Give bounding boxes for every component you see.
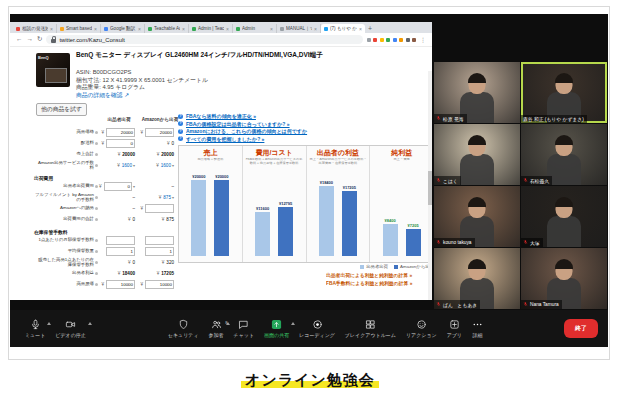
toolbar-record-button[interactable]: レコーディング	[294, 319, 340, 338]
toolbar-mic-button[interactable]: ミュート	[20, 319, 50, 338]
extension-icon[interactable]	[399, 38, 403, 42]
comparison-chart: 売上商品価格 + 配送料¥20000¥20000費用/コストFBA手数料 + A…	[178, 145, 432, 263]
caret-down-icon[interactable]: ▾	[133, 184, 135, 189]
info-link[interactable]: ?Amazonにおける、これらの価格の傾向とは何ですか	[178, 128, 432, 134]
dash-value: –	[171, 184, 174, 189]
caret-down-icon[interactable]: ▾	[133, 163, 135, 168]
caret-down-icon[interactable]: ▾	[172, 163, 174, 168]
back-icon[interactable]: ←	[16, 36, 23, 43]
browser-tab[interactable]: Admin×	[233, 24, 277, 33]
extension-icon[interactable]	[386, 38, 390, 42]
fee-link[interactable]: 875	[163, 195, 171, 200]
tab-close-icon[interactable]: ×	[182, 26, 185, 32]
try-other-product-button[interactable]: 他の商品を試す	[36, 103, 87, 116]
person-hair	[468, 135, 486, 145]
form-cell: ¥875▾	[138, 195, 177, 200]
participant-tile[interactable]: 石松義久	[521, 124, 607, 185]
form-value: 18400	[122, 271, 135, 276]
browser-tab[interactable]: (7) もりや かずまさ…×	[321, 24, 365, 33]
tab-close-icon[interactable]: ×	[138, 26, 141, 32]
tab-close-icon[interactable]: ×	[50, 26, 53, 32]
form-input[interactable]: 20000	[106, 128, 135, 137]
toolbar-share-button[interactable]: 画面の共有	[259, 319, 294, 338]
form-input[interactable]: 10000	[106, 280, 135, 289]
form-input[interactable]: 10000	[145, 280, 174, 289]
toolbar-dots-button[interactable]: 詳細	[467, 319, 488, 338]
question-icon: ?	[178, 129, 183, 134]
form-value: 320	[166, 260, 174, 265]
tab-close-icon[interactable]: ×	[270, 26, 273, 32]
extension-icon[interactable]	[380, 38, 384, 42]
info-link[interactable]: ?FBAなら送料の傾向を適正化 »	[178, 113, 432, 119]
calc-link[interactable]: FBA手数料による利益と純利益の計算 »	[326, 280, 432, 288]
form-input[interactable]: 1	[106, 247, 135, 256]
new-tab-button[interactable]: +	[368, 25, 372, 32]
form-row: 出品者利益¥18400¥17205	[34, 268, 180, 279]
chevron-up-icon[interactable]	[88, 322, 92, 325]
form-cell: 1	[138, 247, 177, 256]
shared-browser-window: 相談の発送対応につ…×Smart based rec…×Google 翻訳×Te…	[10, 22, 432, 300]
tab-close-icon[interactable]: ×	[359, 26, 362, 32]
person-hair	[555, 135, 573, 145]
form-input[interactable]	[106, 236, 135, 245]
forward-icon[interactable]: →	[27, 36, 34, 43]
toolbar-camera-button[interactable]: ビデオの停止	[50, 319, 90, 338]
participant-tile[interactable]: 松原 晃海	[434, 62, 520, 123]
toolbar-smiley-button[interactable]: リアクション	[401, 319, 442, 338]
form-input[interactable]: 20000	[145, 128, 174, 137]
form-row-label: 出品者利益	[34, 271, 99, 276]
tab-close-icon[interactable]: ×	[94, 26, 97, 32]
extension-icon[interactable]	[406, 38, 410, 42]
caret-down-icon[interactable]: ▾	[172, 195, 174, 200]
extension-icons	[367, 38, 417, 42]
toolbar-people-button[interactable]: 参加者8	[204, 319, 229, 338]
product-detail-link[interactable]: 商品の詳細を確認 ↗	[76, 91, 129, 100]
browser-tab[interactable]: MANUAL｜マニュア…×	[277, 24, 321, 33]
browser-tab[interactable]: Teachable Acco…×	[145, 24, 189, 33]
page-scrollbar[interactable]	[428, 71, 432, 300]
extension-icon[interactable]	[367, 38, 371, 42]
info-link[interactable]: ?FBAの価格設定は出品者に合っていますか? »	[178, 121, 432, 127]
participant-tile[interactable]: 森谷 和正 (もりや かずまさ)	[521, 62, 607, 123]
form-input[interactable]: 0	[106, 139, 135, 148]
info-link[interactable]: ?すべての費用を把握しましたか? »	[178, 136, 432, 142]
tab-favicon	[104, 27, 108, 31]
participant-tile[interactable]: こはく	[434, 124, 520, 185]
participant-tile[interactable]: ぱん ともあき	[434, 248, 520, 309]
chart-group-title: 純利益	[370, 148, 432, 158]
browser-tab[interactable]: 相談の発送対応につ…×	[13, 24, 57, 33]
tab-close-icon[interactable]: ×	[226, 26, 229, 32]
fee-link[interactable]: 1600	[122, 163, 132, 168]
tab-close-icon[interactable]: ×	[314, 26, 317, 32]
address-field[interactable]: twitter.com/Kazu_Consult	[46, 35, 362, 44]
participant-tile[interactable]: 大塚	[521, 186, 607, 247]
form-input[interactable]: 1	[145, 247, 174, 256]
participant-tile[interactable]: Nana Tamura	[521, 248, 607, 309]
browser-tab[interactable]: Admin | Teachab…×	[189, 24, 233, 33]
info-link-text: FBAなら送料の傾向を適正化 »	[186, 113, 256, 119]
leave-meeting-button[interactable]: 終了	[564, 319, 598, 338]
extension-icon[interactable]	[393, 38, 397, 42]
scrollbar-thumb[interactable]	[428, 171, 432, 205]
chart-bar	[406, 229, 421, 256]
reload-icon[interactable]: ↻	[37, 36, 42, 43]
browser-menu-icon[interactable]: ⋮	[420, 36, 426, 43]
calc-link[interactable]: 出品者出荷による利益と純利益の計算 »	[326, 272, 432, 280]
yen-symbol: ¥	[156, 163, 159, 168]
browser-tab[interactable]: Smart based rec…×	[57, 24, 101, 33]
extension-icon[interactable]	[373, 38, 377, 42]
extension-icon[interactable]	[412, 38, 416, 42]
tab-title: (7) もりや かずまさ…	[330, 26, 357, 31]
form-input[interactable]: 0	[104, 182, 132, 191]
form-cell: ¥20000	[99, 128, 138, 137]
form-input[interactable]	[145, 204, 174, 213]
toolbar-grid-button[interactable]: ブレイクアウトルーム	[340, 319, 401, 338]
toolbar-shield-button[interactable]: セキュリティ	[163, 319, 204, 338]
chart-bar-wrap: ¥17205	[342, 185, 357, 256]
toolbar-apps-button[interactable]: アプリ	[442, 319, 467, 338]
fee-link[interactable]: 1600	[161, 163, 171, 168]
participant-tile[interactable]: kouno takuya	[434, 186, 520, 247]
toolbar-chat-button[interactable]: チャット	[229, 319, 259, 338]
browser-tab[interactable]: Google 翻訳×	[101, 24, 145, 33]
form-input[interactable]	[145, 236, 174, 245]
